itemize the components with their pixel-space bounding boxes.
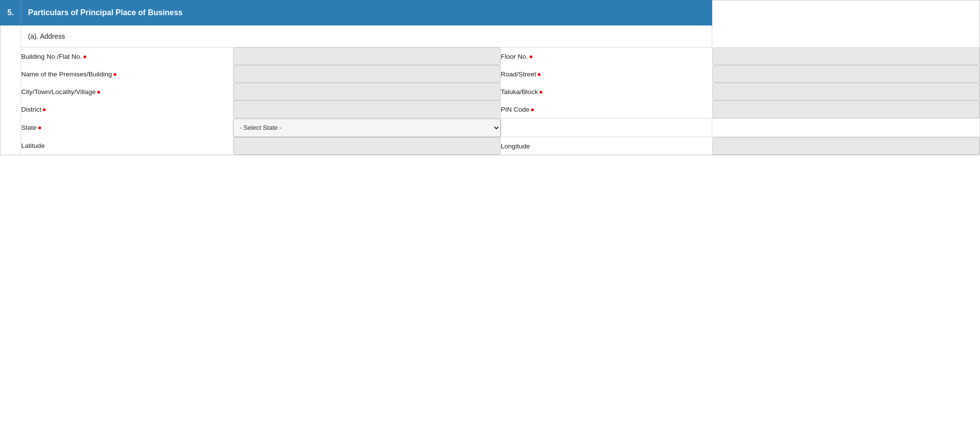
state-empty-input (712, 119, 980, 137)
premises-road-num-cell (0, 65, 21, 83)
city-input[interactable] (233, 83, 501, 100)
district-required: ● (43, 106, 47, 113)
city-label: City/Town/Locality/Village● (21, 83, 233, 100)
latitude-input[interactable] (233, 137, 501, 155)
road-input-cell (712, 65, 980, 83)
state-row: State● - Select State - Andhra Pradesh G… (0, 119, 980, 137)
address-label-row: (a). Address (0, 25, 980, 48)
taluka-required: ● (539, 88, 543, 96)
floor-input-cell (712, 48, 980, 66)
taluka-label: Taluka/Block● (501, 83, 712, 100)
lat-long-num-cell (0, 137, 21, 155)
district-input-cell (233, 100, 501, 119)
city-taluka-row: City/Town/Locality/Village● Taluka/Block… (0, 83, 980, 100)
building-floor-num-cell (0, 48, 21, 66)
state-select-cell: - Select State - Andhra Pradesh Gujarat … (233, 119, 501, 137)
district-label: District● (21, 100, 233, 119)
road-required: ● (537, 71, 541, 78)
floor-required: ● (529, 53, 533, 60)
city-required: ● (96, 88, 100, 96)
pin-required: ● (531, 106, 535, 113)
taluka-input-cell (712, 83, 980, 100)
section-num-cell (0, 25, 21, 48)
principal-place-form-table: 5. Particulars of Principal Place of Bus… (0, 0, 980, 155)
state-required: ● (38, 124, 42, 131)
building-floor-row: Building No./Flat No.● Floor No.● (0, 48, 980, 66)
road-label: Road/Street● (501, 65, 712, 83)
premises-input[interactable] (233, 65, 501, 83)
longitude-input-cell (712, 137, 980, 155)
building-input[interactable] (233, 48, 501, 65)
floor-input[interactable] (712, 48, 980, 65)
city-taluka-num-cell (0, 83, 21, 100)
premises-required: ● (113, 71, 117, 78)
premises-road-row: Name of the Premises/Building● Road/Stre… (0, 65, 980, 83)
state-empty-label (501, 119, 712, 137)
section-number: 5. (0, 0, 21, 25)
building-label: Building No./Flat No.● (21, 48, 233, 66)
pin-label: PIN Code● (501, 100, 712, 119)
address-label: (a). Address (21, 25, 712, 48)
district-pin-row: District● PIN Code● (0, 100, 980, 119)
building-input-cell (233, 48, 501, 66)
floor-label: Floor No.● (501, 48, 712, 66)
latitude-input-cell (233, 137, 501, 155)
road-input[interactable] (712, 65, 980, 83)
section-title: Particulars of Principal Place of Busine… (21, 0, 712, 25)
building-required: ● (83, 53, 87, 60)
state-select[interactable]: - Select State - Andhra Pradesh Gujarat … (233, 119, 500, 137)
pin-input-cell (712, 100, 980, 119)
lat-long-row: Latitude Longitude (0, 137, 980, 155)
district-pin-num-cell (0, 100, 21, 119)
taluka-input[interactable] (712, 83, 980, 100)
premises-input-cell (233, 65, 501, 83)
premises-label: Name of the Premises/Building● (21, 65, 233, 83)
state-label: State● (21, 119, 233, 137)
section-header-row: 5. Particulars of Principal Place of Bus… (0, 0, 980, 25)
city-input-cell (233, 83, 501, 100)
district-input[interactable] (233, 100, 501, 118)
pin-input[interactable] (712, 100, 980, 118)
state-num-cell (0, 119, 21, 137)
latitude-label: Latitude (21, 137, 233, 155)
longitude-label: Longitude (501, 137, 712, 155)
longitude-input[interactable] (712, 137, 980, 155)
